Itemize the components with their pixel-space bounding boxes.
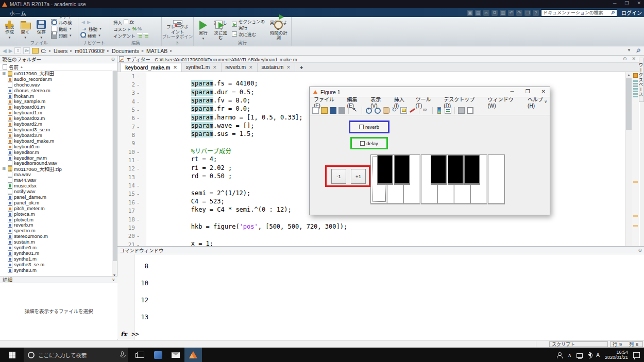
editor-menu-icon[interactable]: ⊙ [623,56,627,61]
expand-icon[interactable]: ⊞ [2,71,6,76]
minimize-button[interactable]: ─ [613,1,616,6]
reverb-checkbox[interactable] [359,125,364,129]
chevron-down-icon[interactable]: ∨ [112,278,115,282]
file-row[interactable]: keyboard_make.m [0,138,112,144]
file-row[interactable]: notify.wav [0,188,112,194]
file-row[interactable]: keyboard02.m [0,115,112,121]
taskbar-search[interactable]: ここに入力して検索 [24,348,128,362]
task-view-button[interactable] [132,348,149,362]
breadcrumb-item[interactable]: Documents [112,48,139,54]
save-button[interactable]: 保存▼ [35,19,48,39]
white-key[interactable] [488,154,505,204]
run-advance-button[interactable]: 実行して次に進む [213,19,229,39]
editor-tab[interactable]: keyboard_make.m ✕ [121,63,182,72]
breadcrumb-item[interactable]: MATLAB [146,48,167,54]
scrollbar-thumb[interactable] [113,71,117,261]
file-row[interactable]: ma44.wav [0,177,112,183]
taskbar-clock[interactable]: 16:54 2020/01/21 [605,350,628,360]
microphone-icon[interactable] [121,351,124,356]
up-folder-icon[interactable]: ⇧ [14,47,21,54]
help-icon[interactable]: ? [533,10,539,16]
goto-button[interactable]: ➔移動▼ [81,26,102,32]
redo-icon[interactable]: ↷ [516,10,522,16]
switch-window-icon[interactable]: ❒ [524,10,531,16]
file-row[interactable]: plotvcf.m [0,217,112,222]
file-list-scrollbar[interactable] [112,71,117,278]
login-button[interactable]: ログイン [621,9,642,16]
ribbon-tab[interactable]: ホーム [0,8,53,17]
taskbar-app-notebook[interactable] [149,348,167,362]
tab-close-icon[interactable]: ✕ [286,65,291,70]
breadcrumb-item[interactable]: Users [54,48,67,54]
editor-tab[interactable]: sustain.m ✕ [258,63,295,72]
brush-icon[interactable] [409,107,416,114]
tab-close-icon[interactable]: ✕ [249,65,253,70]
tab-close-icon[interactable]: ✕ [173,65,177,70]
black-key[interactable] [394,155,410,185]
file-row[interactable]: spectro.m [0,228,112,233]
panel-menu-icon[interactable]: ⊙ [111,57,115,62]
black-key[interactable] [431,155,447,185]
search-icon[interactable]: 🔎︎ [611,10,615,15]
address-dropdown-icon[interactable]: ▼ [627,48,631,54]
comment-icon[interactable]: % [132,26,137,31]
add-shortcut-icon[interactable]: ▣ [467,10,473,16]
figure-menu-item[interactable]: 表示(V) [370,95,387,109]
cursor-icon[interactable] [352,107,359,114]
comment-button[interactable]: コメント%% [113,26,148,32]
find-files-button[interactable]: ファイルの検索 [51,19,75,25]
open-button[interactable]: 開く▼ [19,19,32,39]
find-button[interactable]: 検索▼ [81,32,102,39]
uncomment-icon[interactable]: % [138,26,142,31]
figure-menu-item[interactable]: ファイル(F) [314,95,341,109]
file-row[interactable]: synthe3.m [0,267,112,273]
details-header[interactable]: 詳細 ∨ [0,276,117,283]
name-column-header[interactable]: 名前 ▲ [0,63,112,71]
new-tab-button[interactable]: + [295,63,308,72]
save-icon[interactable]: ▤ [475,10,481,16]
expand-icon[interactable]: ⊞ [2,166,6,171]
editor-tab[interactable]: reverb.m ✕ [222,63,258,72]
indent-button[interactable]: インデント [113,32,148,39]
figure-menu-item[interactable]: ウィンドウ(W) [488,95,521,109]
print-figure-icon[interactable] [338,107,345,114]
file-row[interactable]: plotvca.m [0,211,112,217]
figure-maximize-button[interactable]: ❐ [526,89,530,94]
file-row[interactable]: ⊞ m0117060_大和田.zip [0,166,112,171]
browse-folder-icon[interactable]: 🗁︎ [23,47,30,54]
people-icon[interactable] [556,352,563,358]
volume-icon[interactable] [588,353,591,357]
file-row[interactable]: keyboard1.m [0,110,112,115]
open-file-icon[interactable] [321,107,328,114]
undo-icon[interactable]: ↶ [508,10,514,16]
data-cursor-icon[interactable] [400,107,407,114]
hidden-icons-chevron[interactable]: ∧ [568,352,571,358]
command-menu-icon[interactable]: ⊙ [638,248,642,253]
insert-button[interactable]: 挿入fx [113,19,148,25]
back-forward-buttons[interactable]: ◀▶ [81,19,102,25]
figure-minimize-button[interactable]: ─ [511,89,514,94]
warning-tick[interactable] [633,225,638,227]
new-figure-icon[interactable] [312,107,319,114]
action-center-icon[interactable] [633,352,640,358]
insert-section-icon[interactable] [124,20,128,24]
rotate3d-icon[interactable] [392,107,398,114]
start-button[interactable] [0,348,24,362]
file-row[interactable]: panel_dame.m [0,194,112,200]
breadcrumb-item[interactable]: m01170600f [75,48,105,54]
delay-checkbox[interactable] [360,141,365,146]
network-icon[interactable] [577,353,583,358]
warning-tick[interactable] [633,215,638,217]
insert-fx-icon[interactable]: fx [129,20,133,25]
file-row[interactable]: key_sample.m [0,99,112,105]
editor-tab[interactable]: synthe1.m ✕ [182,63,222,72]
indent-icon[interactable] [137,33,142,38]
black-key[interactable] [464,155,480,185]
zoom-out-icon[interactable] [374,107,381,114]
taskbar-app-matlab[interactable] [184,348,202,362]
new-button[interactable]: 新規作成▼ [3,19,16,39]
file-row[interactable]: ma.wav [0,171,112,177]
file-row[interactable]: synthe01.m [0,250,112,256]
file-row[interactable]: synthe3_se.m [0,262,112,267]
file-row[interactable]: chocho.wav [0,82,112,88]
